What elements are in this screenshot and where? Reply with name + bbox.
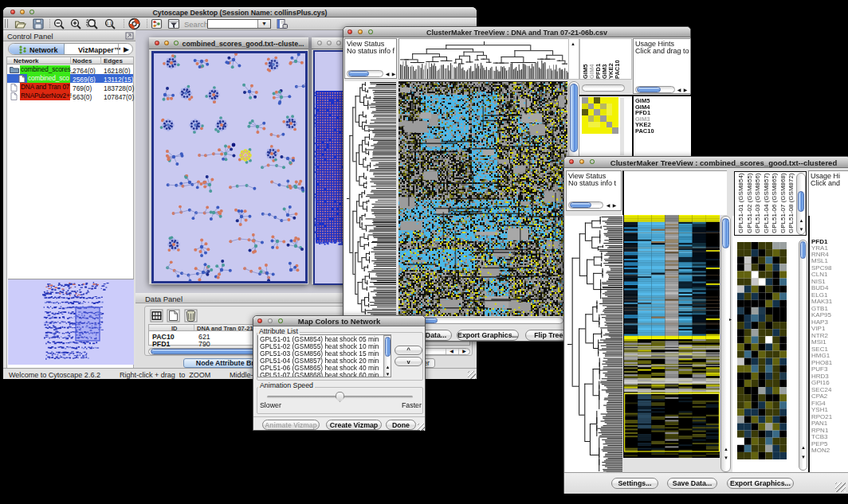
svg-text:1:1: 1:1 (107, 21, 112, 25)
